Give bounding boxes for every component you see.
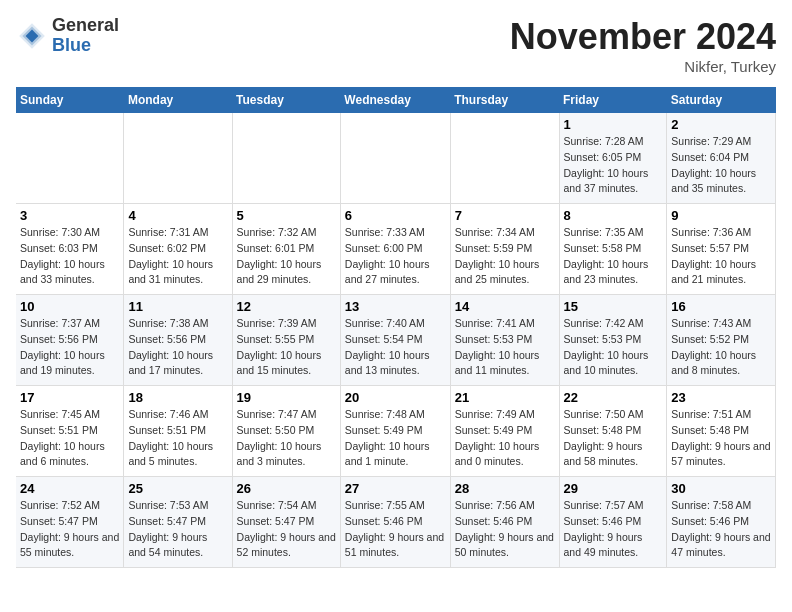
day-info: Sunrise: 7:28 AM Sunset: 6:05 PM Dayligh… bbox=[564, 134, 663, 197]
title-block: November 2024 Nikfer, Turkey bbox=[510, 16, 776, 75]
calendar-cell: 21Sunrise: 7:49 AM Sunset: 5:49 PM Dayli… bbox=[450, 386, 559, 477]
day-number: 13 bbox=[345, 299, 446, 314]
calendar-cell: 20Sunrise: 7:48 AM Sunset: 5:49 PM Dayli… bbox=[340, 386, 450, 477]
day-number: 17 bbox=[20, 390, 119, 405]
calendar-cell: 1Sunrise: 7:28 AM Sunset: 6:05 PM Daylig… bbox=[559, 113, 667, 204]
calendar-cell bbox=[124, 113, 232, 204]
day-info: Sunrise: 7:42 AM Sunset: 5:53 PM Dayligh… bbox=[564, 316, 663, 379]
day-number: 6 bbox=[345, 208, 446, 223]
day-number: 22 bbox=[564, 390, 663, 405]
calendar-cell: 2Sunrise: 7:29 AM Sunset: 6:04 PM Daylig… bbox=[667, 113, 776, 204]
day-info: Sunrise: 7:41 AM Sunset: 5:53 PM Dayligh… bbox=[455, 316, 555, 379]
logo: General Blue bbox=[16, 16, 119, 56]
logo-icon bbox=[16, 20, 48, 52]
calendar-cell: 9Sunrise: 7:36 AM Sunset: 5:57 PM Daylig… bbox=[667, 204, 776, 295]
day-info: Sunrise: 7:56 AM Sunset: 5:46 PM Dayligh… bbox=[455, 498, 555, 561]
calendar-cell: 29Sunrise: 7:57 AM Sunset: 5:46 PM Dayli… bbox=[559, 477, 667, 568]
calendar-cell: 5Sunrise: 7:32 AM Sunset: 6:01 PM Daylig… bbox=[232, 204, 340, 295]
day-number: 30 bbox=[671, 481, 771, 496]
calendar-row: 10Sunrise: 7:37 AM Sunset: 5:56 PM Dayli… bbox=[16, 295, 776, 386]
day-number: 1 bbox=[564, 117, 663, 132]
day-number: 7 bbox=[455, 208, 555, 223]
day-number: 29 bbox=[564, 481, 663, 496]
page-header: General Blue November 2024 Nikfer, Turke… bbox=[16, 16, 776, 75]
calendar-cell: 25Sunrise: 7:53 AM Sunset: 5:47 PM Dayli… bbox=[124, 477, 232, 568]
day-number: 25 bbox=[128, 481, 227, 496]
calendar-cell bbox=[450, 113, 559, 204]
day-info: Sunrise: 7:49 AM Sunset: 5:49 PM Dayligh… bbox=[455, 407, 555, 470]
calendar-table: SundayMondayTuesdayWednesdayThursdayFrid… bbox=[16, 87, 776, 568]
calendar-cell: 16Sunrise: 7:43 AM Sunset: 5:52 PM Dayli… bbox=[667, 295, 776, 386]
day-number: 19 bbox=[237, 390, 336, 405]
calendar-cell: 14Sunrise: 7:41 AM Sunset: 5:53 PM Dayli… bbox=[450, 295, 559, 386]
day-number: 27 bbox=[345, 481, 446, 496]
weekday-header: Sunday bbox=[16, 87, 124, 113]
weekday-header: Saturday bbox=[667, 87, 776, 113]
day-number: 5 bbox=[237, 208, 336, 223]
day-info: Sunrise: 7:36 AM Sunset: 5:57 PM Dayligh… bbox=[671, 225, 771, 288]
calendar-cell: 26Sunrise: 7:54 AM Sunset: 5:47 PM Dayli… bbox=[232, 477, 340, 568]
day-number: 15 bbox=[564, 299, 663, 314]
calendar-cell: 17Sunrise: 7:45 AM Sunset: 5:51 PM Dayli… bbox=[16, 386, 124, 477]
day-number: 2 bbox=[671, 117, 771, 132]
day-info: Sunrise: 7:54 AM Sunset: 5:47 PM Dayligh… bbox=[237, 498, 336, 561]
calendar-cell: 4Sunrise: 7:31 AM Sunset: 6:02 PM Daylig… bbox=[124, 204, 232, 295]
weekday-header: Thursday bbox=[450, 87, 559, 113]
calendar-cell: 22Sunrise: 7:50 AM Sunset: 5:48 PM Dayli… bbox=[559, 386, 667, 477]
month-title: November 2024 bbox=[510, 16, 776, 58]
weekday-header: Wednesday bbox=[340, 87, 450, 113]
day-info: Sunrise: 7:39 AM Sunset: 5:55 PM Dayligh… bbox=[237, 316, 336, 379]
calendar-cell: 11Sunrise: 7:38 AM Sunset: 5:56 PM Dayli… bbox=[124, 295, 232, 386]
day-info: Sunrise: 7:30 AM Sunset: 6:03 PM Dayligh… bbox=[20, 225, 119, 288]
calendar-cell: 3Sunrise: 7:30 AM Sunset: 6:03 PM Daylig… bbox=[16, 204, 124, 295]
day-number: 10 bbox=[20, 299, 119, 314]
day-info: Sunrise: 7:29 AM Sunset: 6:04 PM Dayligh… bbox=[671, 134, 771, 197]
calendar-row: 1Sunrise: 7:28 AM Sunset: 6:05 PM Daylig… bbox=[16, 113, 776, 204]
day-number: 20 bbox=[345, 390, 446, 405]
weekday-header: Friday bbox=[559, 87, 667, 113]
calendar-cell: 12Sunrise: 7:39 AM Sunset: 5:55 PM Dayli… bbox=[232, 295, 340, 386]
day-info: Sunrise: 7:31 AM Sunset: 6:02 PM Dayligh… bbox=[128, 225, 227, 288]
day-number: 3 bbox=[20, 208, 119, 223]
calendar-cell: 10Sunrise: 7:37 AM Sunset: 5:56 PM Dayli… bbox=[16, 295, 124, 386]
logo-text: General Blue bbox=[52, 16, 119, 56]
day-number: 24 bbox=[20, 481, 119, 496]
calendar-cell bbox=[340, 113, 450, 204]
calendar-cell bbox=[232, 113, 340, 204]
day-number: 23 bbox=[671, 390, 771, 405]
day-number: 21 bbox=[455, 390, 555, 405]
calendar-row: 24Sunrise: 7:52 AM Sunset: 5:47 PM Dayli… bbox=[16, 477, 776, 568]
calendar-row: 17Sunrise: 7:45 AM Sunset: 5:51 PM Dayli… bbox=[16, 386, 776, 477]
day-info: Sunrise: 7:46 AM Sunset: 5:51 PM Dayligh… bbox=[128, 407, 227, 470]
day-number: 8 bbox=[564, 208, 663, 223]
day-number: 16 bbox=[671, 299, 771, 314]
calendar-cell: 27Sunrise: 7:55 AM Sunset: 5:46 PM Dayli… bbox=[340, 477, 450, 568]
day-info: Sunrise: 7:52 AM Sunset: 5:47 PM Dayligh… bbox=[20, 498, 119, 561]
day-info: Sunrise: 7:45 AM Sunset: 5:51 PM Dayligh… bbox=[20, 407, 119, 470]
day-number: 12 bbox=[237, 299, 336, 314]
calendar-row: 3Sunrise: 7:30 AM Sunset: 6:03 PM Daylig… bbox=[16, 204, 776, 295]
calendar-cell: 7Sunrise: 7:34 AM Sunset: 5:59 PM Daylig… bbox=[450, 204, 559, 295]
day-number: 14 bbox=[455, 299, 555, 314]
day-info: Sunrise: 7:50 AM Sunset: 5:48 PM Dayligh… bbox=[564, 407, 663, 470]
calendar-cell: 15Sunrise: 7:42 AM Sunset: 5:53 PM Dayli… bbox=[559, 295, 667, 386]
calendar-cell: 28Sunrise: 7:56 AM Sunset: 5:46 PM Dayli… bbox=[450, 477, 559, 568]
calendar-cell: 13Sunrise: 7:40 AM Sunset: 5:54 PM Dayli… bbox=[340, 295, 450, 386]
day-number: 9 bbox=[671, 208, 771, 223]
day-number: 26 bbox=[237, 481, 336, 496]
day-info: Sunrise: 7:34 AM Sunset: 5:59 PM Dayligh… bbox=[455, 225, 555, 288]
location: Nikfer, Turkey bbox=[510, 58, 776, 75]
day-info: Sunrise: 7:48 AM Sunset: 5:49 PM Dayligh… bbox=[345, 407, 446, 470]
day-info: Sunrise: 7:57 AM Sunset: 5:46 PM Dayligh… bbox=[564, 498, 663, 561]
day-info: Sunrise: 7:43 AM Sunset: 5:52 PM Dayligh… bbox=[671, 316, 771, 379]
day-info: Sunrise: 7:37 AM Sunset: 5:56 PM Dayligh… bbox=[20, 316, 119, 379]
weekday-header-row: SundayMondayTuesdayWednesdayThursdayFrid… bbox=[16, 87, 776, 113]
day-info: Sunrise: 7:55 AM Sunset: 5:46 PM Dayligh… bbox=[345, 498, 446, 561]
day-info: Sunrise: 7:53 AM Sunset: 5:47 PM Dayligh… bbox=[128, 498, 227, 561]
calendar-cell: 24Sunrise: 7:52 AM Sunset: 5:47 PM Dayli… bbox=[16, 477, 124, 568]
day-info: Sunrise: 7:38 AM Sunset: 5:56 PM Dayligh… bbox=[128, 316, 227, 379]
calendar-cell: 23Sunrise: 7:51 AM Sunset: 5:48 PM Dayli… bbox=[667, 386, 776, 477]
day-info: Sunrise: 7:47 AM Sunset: 5:50 PM Dayligh… bbox=[237, 407, 336, 470]
calendar-cell: 6Sunrise: 7:33 AM Sunset: 6:00 PM Daylig… bbox=[340, 204, 450, 295]
calendar-cell bbox=[16, 113, 124, 204]
